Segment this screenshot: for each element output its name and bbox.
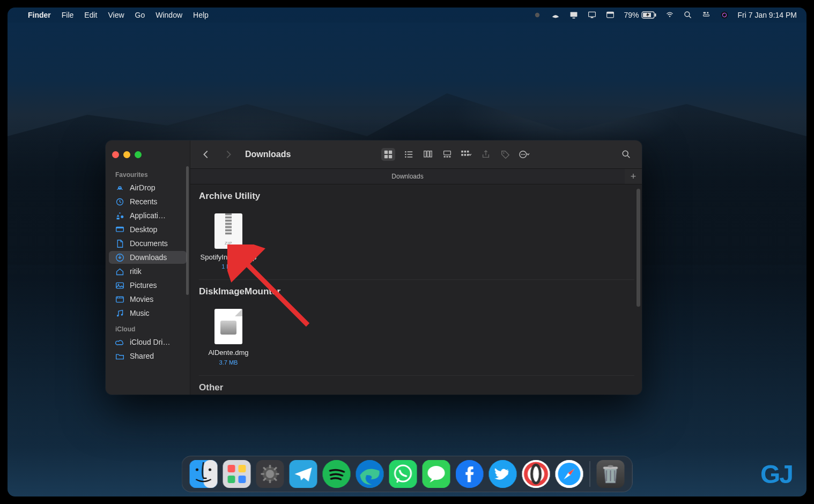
file-name: SpotifyInstaller.zip (201, 253, 257, 262)
status-display-icon[interactable] (587, 10, 597, 20)
svg-rect-36 (407, 157, 412, 158)
wifi-icon[interactable] (665, 10, 675, 20)
sidebar-item-label: ritik (130, 267, 142, 276)
menu-go[interactable]: Go (135, 11, 145, 19)
minimize-button[interactable] (123, 151, 130, 158)
dock-app-twitter[interactable] (489, 460, 517, 488)
menu-file[interactable]: File (62, 11, 74, 19)
sidebar-item-downloads[interactable]: Downloads (109, 251, 187, 264)
dock-app-settings[interactable] (256, 460, 284, 488)
nav-forward-button[interactable] (223, 149, 234, 160)
window-controls (106, 147, 190, 166)
sidebar-item-label: Documents (130, 239, 168, 248)
spotlight-icon[interactable] (683, 10, 693, 20)
status-date-icon[interactable] (605, 10, 615, 20)
file-name: AlDente.dmg (208, 349, 248, 357)
svg-rect-43 (449, 156, 450, 157)
tab-label: Downloads (391, 173, 423, 180)
dock-separator (590, 461, 590, 487)
content-scrollbar[interactable] (637, 189, 640, 307)
control-center-icon[interactable] (701, 10, 711, 20)
sidebar-item-shared[interactable]: Shared (109, 350, 187, 362)
close-button[interactable] (112, 151, 119, 158)
group-by-button[interactable] (461, 149, 472, 160)
view-columns-button[interactable] (422, 149, 434, 160)
svg-rect-49 (467, 154, 469, 156)
file-item[interactable]: AlDente.dmg 3.7 MB (199, 309, 258, 365)
dock-app-whatsapp[interactable] (389, 460, 417, 488)
new-tab-button[interactable]: + (625, 169, 642, 184)
svg-point-14 (721, 12, 728, 19)
sidebar-item-label: Desktop (130, 225, 157, 234)
search-button[interactable] (620, 149, 632, 160)
menu-view[interactable]: View (108, 11, 124, 19)
dock-app-facebook[interactable] (456, 460, 484, 488)
status-memoryclean-icon[interactable] (551, 10, 560, 20)
dock-app-opera[interactable] (522, 460, 550, 488)
sidebar-item-label: Pictures (130, 281, 157, 290)
nav-back-button[interactable] (200, 149, 212, 160)
sidebar-scrollbar[interactable] (186, 166, 189, 295)
dock-app-spotify[interactable] (323, 460, 351, 488)
svg-point-50 (503, 152, 504, 153)
view-gallery-button[interactable] (441, 149, 453, 160)
menubar: Finder File Edit View Go Window Help 79%… (8, 8, 806, 23)
dock-app-messages[interactable] (423, 460, 450, 488)
tab-downloads[interactable]: Downloads (190, 169, 625, 184)
svg-rect-48 (464, 154, 466, 156)
dock-app-launchpad[interactable] (223, 460, 251, 488)
svg-point-13 (707, 12, 708, 13)
dock-trash[interactable] (597, 460, 625, 488)
svg-point-35 (405, 157, 406, 158)
svg-line-71 (263, 468, 266, 470)
view-list-button[interactable] (403, 149, 415, 160)
app-menu[interactable]: Finder (28, 11, 51, 19)
doc-icon (115, 239, 124, 248)
svg-rect-12 (703, 14, 709, 16)
sidebar-item-desktop[interactable]: Desktop (109, 223, 187, 236)
menu-help[interactable]: Help (193, 11, 209, 19)
sidebar-item-recents[interactable]: Recents (109, 195, 187, 208)
group-header-other: Other (190, 376, 634, 393)
sidebar-item-home[interactable]: ritik (109, 265, 187, 278)
sidebar-item-label: Recents (130, 197, 157, 206)
menu-window[interactable]: Window (156, 11, 182, 19)
tags-button[interactable] (499, 149, 511, 160)
file-item[interactable]: SpotifyInstaller.zip 1 MB (199, 213, 258, 270)
svg-rect-3 (591, 17, 594, 18)
sidebar-item-movies[interactable]: Movies (109, 293, 187, 306)
svg-rect-5 (607, 12, 614, 13)
svg-rect-28 (389, 151, 392, 154)
svg-rect-32 (407, 151, 412, 152)
svg-line-72 (274, 478, 277, 481)
status-screenmirror-icon[interactable] (569, 10, 579, 20)
svg-rect-34 (407, 154, 412, 155)
status-battery[interactable]: 79% (624, 11, 656, 19)
menu-edit[interactable]: Edit (84, 11, 97, 19)
svg-point-60 (209, 469, 211, 471)
view-icons-button[interactable] (381, 148, 395, 161)
sidebar-item-music[interactable]: Music (109, 307, 187, 320)
desktop-icon (115, 225, 124, 234)
sidebar-item-applications[interactable]: Applicati… (109, 209, 187, 222)
download-icon (115, 253, 124, 262)
zoom-button[interactable] (135, 151, 142, 158)
action-menu-button[interactable] (519, 149, 530, 160)
sidebar-item-documents[interactable]: Documents (109, 237, 187, 250)
sidebar-item-airdrop[interactable]: AirDrop (109, 181, 187, 194)
siri-icon[interactable] (720, 10, 729, 20)
menubar-datetime[interactable]: Fri 7 Jan 9:14 PM (738, 11, 797, 19)
dmg-file-icon (214, 309, 242, 344)
share-button[interactable] (480, 149, 492, 160)
dock-app-edge[interactable] (356, 460, 384, 488)
svg-point-53 (522, 154, 523, 155)
dock-app-finder[interactable] (190, 460, 218, 488)
dock-app-safari[interactable] (556, 460, 583, 488)
svg-rect-63 (228, 476, 235, 483)
sidebar-item-icloud-drive[interactable]: iCloud Dri… (109, 336, 187, 349)
dock-app-telegram[interactable] (290, 460, 317, 488)
sidebar-item-pictures[interactable]: Pictures (109, 279, 187, 292)
svg-rect-39 (430, 151, 432, 157)
svg-rect-61 (228, 465, 235, 472)
status-dot-icon[interactable] (532, 10, 542, 20)
